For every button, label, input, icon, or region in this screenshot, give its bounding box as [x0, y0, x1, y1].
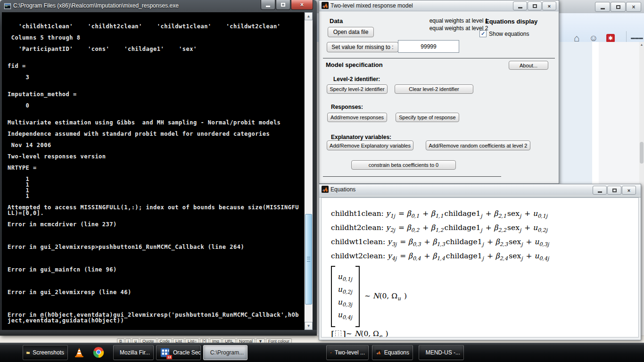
browser-restore-button[interactable] [611, 2, 626, 12]
console-close-button[interactable]: × [291, 0, 313, 10]
equations-titlebar[interactable]: Equations × [319, 184, 641, 195]
scrollbar-thumb[interactable] [305, 214, 312, 304]
browser-close-button[interactable]: × [626, 2, 641, 12]
matlab-icon [376, 347, 381, 358]
close-icon: × [548, 3, 551, 9]
constrain-beta-button[interactable]: constrain beta coefficients to 0 [351, 160, 456, 170]
math-token: = [397, 238, 408, 246]
matlab-icon [322, 186, 329, 193]
console-scrollbar[interactable]: ▲ ▼ [304, 12, 313, 330]
maximize-icon [533, 4, 537, 8]
model-titlebar[interactable]: Two-level mixed response model × [319, 0, 559, 11]
taskbar-firefox-button[interactable]: Mozilla Fir... [113, 345, 154, 360]
taskbar-mend-button[interactable]: MEND-US -... [419, 345, 464, 360]
math-token: u [338, 298, 342, 306]
section-divider [323, 176, 501, 177]
close-icon: × [632, 4, 635, 10]
open-data-file-button[interactable]: Open data file [328, 27, 374, 37]
taskbar-matlab-equations-button[interactable]: Equations [372, 345, 413, 360]
math-token: 0,4 [413, 255, 421, 262]
console-restore-button[interactable] [276, 0, 290, 10]
scroll-up-icon: ▲ [307, 14, 311, 18]
minimize-icon [518, 7, 522, 8]
console-text: 'childht1clean' 'childht2clean' 'childwt… [8, 24, 299, 323]
add-explanatory-button[interactable]: Add/Remove Explanatory variables [327, 140, 413, 150]
show-equations-checkbox[interactable]: ✓ [479, 30, 487, 37]
math-token: ~ [364, 292, 373, 300]
u-vector: u0,1ju0,2ju0,3ju0,4j [338, 272, 353, 321]
taskbar-vlc-icon[interactable] [72, 346, 86, 359]
checkbox-check-icon: ✓ [481, 31, 485, 36]
math-token: 0,1 [411, 213, 420, 219]
model-spec-heading: Model specification [326, 61, 383, 68]
model-minimize-button[interactable] [513, 1, 527, 10]
specify-response-type-button[interactable]: Specify type of response [396, 113, 459, 122]
model-close-button[interactable]: × [542, 1, 556, 10]
math-token: childage1 [445, 223, 481, 232]
console-window-icon [207, 348, 207, 357]
lastpass-icon[interactable]: ✱ [606, 34, 615, 42]
close-icon: × [300, 1, 304, 8]
console-titlebar[interactable]: C:\Program Files (x86)\Realcom\Imputatio… [0, 0, 317, 12]
model-window-title: Two-level mixed response model [330, 2, 413, 9]
data-section-heading: Data [330, 17, 343, 25]
chrome-icon [92, 346, 105, 359]
equations-window: Equations × childht1clean: y1j = β0,1 + … [319, 184, 641, 340]
math-token: ) [383, 329, 388, 338]
scroll-down-button[interactable]: ▼ [305, 322, 313, 330]
close-icon: × [627, 188, 630, 193]
taskbar-chrome-icon[interactable] [91, 346, 106, 359]
taskbar-console-button[interactable]: C:\Program... [203, 345, 248, 360]
restore-icon [281, 3, 285, 7]
math-token: + [483, 209, 494, 218]
set-missing-value-button[interactable]: Set value for missing to : [327, 42, 398, 52]
bracket-close: ] [342, 329, 346, 337]
math-token: + [483, 223, 494, 232]
math-token: β [432, 238, 437, 246]
taskbar-button-label: C:\Program... [210, 349, 244, 356]
equations-minimize-button[interactable] [593, 186, 607, 195]
specify-level2-button[interactable]: Specify level-2 identifier [327, 84, 388, 94]
math-token: ~ [346, 329, 355, 338]
console-output[interactable]: 'childht1clean' 'childht2clean' 'childwt… [2, 12, 304, 330]
console-minimize-button[interactable] [261, 0, 275, 10]
residual-selection-box[interactable]: ⋮ [335, 330, 341, 338]
about-button[interactable]: About... [509, 61, 548, 70]
add-remove-responses-button[interactable]: Add/remove responses [327, 113, 387, 122]
equation-line: childwt1clean: y3j = β0,3 + β1,3childage… [331, 238, 550, 247]
browser-minimize-button[interactable] [595, 2, 610, 12]
math-token: β [407, 209, 411, 218]
taskbar-matlab-model-button[interactable]: Two-level ... [326, 345, 369, 360]
taskbar-oracle-button[interactable]: 13 Oracle Sec... [156, 345, 201, 360]
scrollbar-thumb[interactable] [640, 142, 644, 164]
minimize-icon [601, 8, 605, 9]
clear-level2-button[interactable]: Clear level-2 identifier [395, 84, 473, 94]
equations-close-button[interactable]: × [622, 186, 636, 195]
vlc-cone-icon [74, 347, 85, 358]
equations-display-heading: Equations display [485, 18, 537, 25]
math-token: 2j [390, 227, 395, 233]
residual-distribution: ~ N(0, Ωe ) [346, 329, 388, 338]
math-token: j [482, 241, 484, 247]
math-token: sex [509, 238, 521, 246]
math-token: 0,2 [411, 227, 420, 233]
scroll-up-icon[interactable]: ▲ [639, 43, 644, 46]
math-token: = [396, 223, 407, 232]
scroll-up-button[interactable]: ▲ [305, 12, 313, 20]
model-maximize-button[interactable] [528, 1, 542, 10]
math-token: + [485, 238, 495, 246]
math-token: 1,2 [435, 227, 444, 233]
taskbar: Screenshots Mozilla Fir... [0, 343, 644, 362]
restore-icon [616, 5, 620, 9]
add-random-coefficients-button[interactable]: Add/Remove random coefficients at level … [426, 140, 530, 150]
math-token: 0,3j [342, 302, 352, 308]
taskbar-button-label: MEND-US -... [426, 349, 460, 356]
missing-value-field[interactable]: 99999 [398, 40, 459, 53]
equations-maximize-button[interactable] [607, 186, 621, 195]
math-token: β [431, 209, 435, 218]
maximize-icon [612, 189, 617, 192]
residual-line: [ ⋮ ] ~ N(0, Ωe ) [331, 329, 550, 337]
taskbar-screenshots-button[interactable]: Screenshots [23, 345, 68, 360]
math-token: ) [402, 292, 407, 300]
math-token: u [338, 272, 342, 281]
